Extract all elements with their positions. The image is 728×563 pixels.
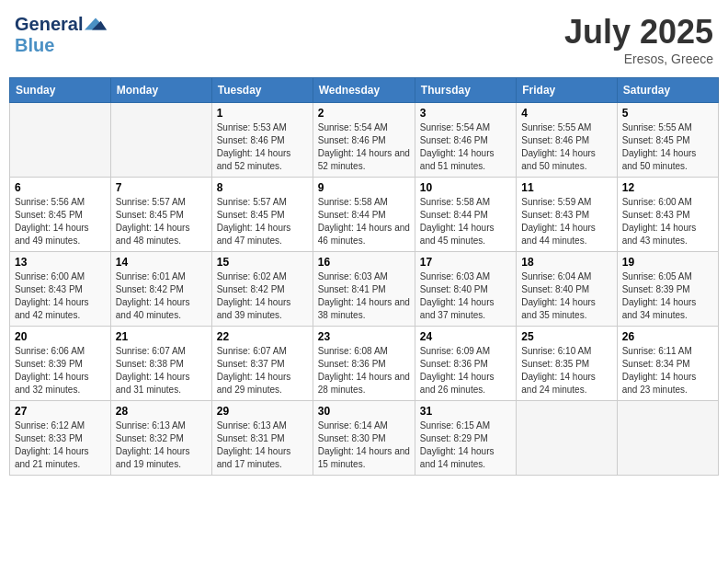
logo-text: General [15, 14, 83, 34]
calendar-cell: 1Sunrise: 5:53 AMSunset: 8:46 PMDaylight… [211, 103, 313, 178]
calendar-cell: 25Sunrise: 6:10 AMSunset: 8:35 PMDayligh… [517, 327, 617, 401]
calendar-cell: 22Sunrise: 6:07 AMSunset: 8:37 PMDayligh… [211, 327, 313, 401]
day-number: 4 [521, 107, 611, 120]
day-info: Sunrise: 6:02 AMSunset: 8:42 PMDaylight:… [217, 270, 308, 322]
calendar-cell: 5Sunrise: 5:55 AMSunset: 8:45 PMDaylight… [617, 103, 718, 178]
day-info: Sunrise: 5:54 AMSunset: 8:46 PMDaylight:… [420, 121, 511, 173]
day-info: Sunrise: 6:05 AMSunset: 8:39 PMDaylight:… [622, 270, 713, 322]
day-number: 22 [217, 330, 308, 343]
day-info: Sunrise: 6:06 AMSunset: 8:39 PMDaylight:… [15, 345, 106, 396]
calendar-cell: 4Sunrise: 5:55 AMSunset: 8:46 PMDaylight… [517, 103, 617, 178]
day-number: 14 [116, 256, 207, 269]
day-info: Sunrise: 6:09 AMSunset: 8:36 PMDaylight:… [420, 345, 511, 396]
calendar-cell: 9Sunrise: 5:58 AMSunset: 8:44 PMDaylight… [313, 178, 415, 252]
day-number: 19 [622, 256, 713, 269]
weekday-header-sunday: Sunday [10, 78, 111, 103]
calendar-cell: 13Sunrise: 6:00 AMSunset: 8:43 PMDayligh… [10, 252, 111, 327]
weekday-header-row: SundayMondayTuesdayWednesdayThursdayFrid… [10, 78, 719, 103]
calendar-cell: 12Sunrise: 6:00 AMSunset: 8:43 PMDayligh… [617, 178, 718, 252]
calendar-cell: 6Sunrise: 5:56 AMSunset: 8:45 PMDaylight… [10, 178, 111, 252]
day-info: Sunrise: 5:59 AMSunset: 8:43 PMDaylight:… [521, 196, 611, 247]
calendar-cell: 3Sunrise: 5:54 AMSunset: 8:46 PMDaylight… [415, 103, 516, 178]
day-number: 12 [622, 181, 713, 194]
day-number: 30 [318, 405, 410, 418]
day-info: Sunrise: 6:13 AMSunset: 8:31 PMDaylight:… [217, 419, 308, 471]
day-number: 8 [217, 181, 308, 194]
logo-blue-text: Blue [15, 35, 54, 55]
day-info: Sunrise: 6:03 AMSunset: 8:41 PMDaylight:… [318, 270, 410, 322]
calendar-cell: 16Sunrise: 6:03 AMSunset: 8:41 PMDayligh… [313, 252, 415, 327]
calendar-cell: 15Sunrise: 6:02 AMSunset: 8:42 PMDayligh… [211, 252, 313, 327]
calendar-cell: 27Sunrise: 6:12 AMSunset: 8:33 PMDayligh… [10, 401, 111, 476]
calendar-cell: 2Sunrise: 5:54 AMSunset: 8:46 PMDaylight… [313, 103, 415, 178]
day-info: Sunrise: 6:04 AMSunset: 8:40 PMDaylight:… [521, 270, 611, 322]
day-number: 17 [420, 256, 511, 269]
day-number: 28 [116, 405, 207, 418]
calendar-cell: 29Sunrise: 6:13 AMSunset: 8:31 PMDayligh… [211, 401, 313, 476]
day-info: Sunrise: 5:54 AMSunset: 8:46 PMDaylight:… [318, 121, 410, 173]
day-number: 16 [318, 256, 410, 269]
day-info: Sunrise: 6:08 AMSunset: 8:36 PMDaylight:… [318, 345, 410, 396]
calendar-cell: 31Sunrise: 6:15 AMSunset: 8:29 PMDayligh… [415, 401, 516, 476]
weekday-header-monday: Monday [110, 78, 211, 103]
weekday-header-friday: Friday [517, 78, 617, 103]
day-number: 2 [318, 107, 410, 120]
day-info: Sunrise: 5:53 AMSunset: 8:46 PMDaylight:… [217, 121, 308, 173]
day-info: Sunrise: 6:12 AMSunset: 8:33 PMDaylight:… [15, 419, 106, 471]
day-info: Sunrise: 5:55 AMSunset: 8:46 PMDaylight:… [521, 121, 611, 173]
day-info: Sunrise: 5:57 AMSunset: 8:45 PMDaylight:… [217, 196, 308, 247]
calendar-cell [110, 103, 211, 178]
weekday-header-tuesday: Tuesday [211, 78, 313, 103]
calendar-week-row: 27Sunrise: 6:12 AMSunset: 8:33 PMDayligh… [10, 401, 719, 476]
calendar-cell: 21Sunrise: 6:07 AMSunset: 8:38 PMDayligh… [110, 327, 211, 401]
calendar-week-row: 6Sunrise: 5:56 AMSunset: 8:45 PMDaylight… [10, 178, 719, 252]
calendar-cell [517, 401, 617, 476]
day-info: Sunrise: 6:00 AMSunset: 8:43 PMDaylight:… [15, 270, 106, 322]
calendar-cell: 18Sunrise: 6:04 AMSunset: 8:40 PMDayligh… [517, 252, 617, 327]
day-info: Sunrise: 5:58 AMSunset: 8:44 PMDaylight:… [420, 196, 511, 247]
day-number: 1 [217, 107, 308, 120]
day-number: 25 [521, 330, 611, 343]
weekday-header-thursday: Thursday [415, 78, 516, 103]
location: Eresos, Greece [564, 52, 713, 66]
day-info: Sunrise: 6:13 AMSunset: 8:32 PMDaylight:… [116, 419, 207, 471]
day-info: Sunrise: 6:07 AMSunset: 8:38 PMDaylight:… [116, 345, 207, 396]
day-number: 18 [521, 256, 611, 269]
day-number: 3 [420, 107, 511, 120]
calendar-cell: 19Sunrise: 6:05 AMSunset: 8:39 PMDayligh… [617, 252, 718, 327]
calendar-cell: 8Sunrise: 5:57 AMSunset: 8:45 PMDaylight… [211, 178, 313, 252]
logo-icon [85, 13, 107, 35]
weekday-header-saturday: Saturday [617, 78, 718, 103]
month-title: July 2025 [564, 13, 713, 52]
day-info: Sunrise: 6:03 AMSunset: 8:40 PMDaylight:… [420, 270, 511, 322]
day-info: Sunrise: 5:58 AMSunset: 8:44 PMDaylight:… [318, 196, 410, 247]
day-number: 27 [15, 405, 106, 418]
day-info: Sunrise: 6:11 AMSunset: 8:34 PMDaylight:… [622, 345, 713, 396]
calendar-cell [617, 401, 718, 476]
day-number: 11 [521, 181, 611, 194]
day-number: 13 [15, 256, 106, 269]
day-number: 9 [318, 181, 410, 194]
day-info: Sunrise: 5:57 AMSunset: 8:45 PMDaylight:… [116, 196, 207, 247]
day-number: 20 [15, 330, 106, 343]
day-info: Sunrise: 6:15 AMSunset: 8:29 PMDaylight:… [420, 419, 511, 471]
calendar-cell: 28Sunrise: 6:13 AMSunset: 8:32 PMDayligh… [110, 401, 211, 476]
day-info: Sunrise: 6:14 AMSunset: 8:30 PMDaylight:… [318, 419, 410, 471]
day-number: 26 [622, 330, 713, 343]
calendar-cell: 17Sunrise: 6:03 AMSunset: 8:40 PMDayligh… [415, 252, 516, 327]
logo: General Blue [15, 13, 107, 55]
calendar-week-row: 1Sunrise: 5:53 AMSunset: 8:46 PMDaylight… [10, 103, 719, 178]
calendar-cell: 23Sunrise: 6:08 AMSunset: 8:36 PMDayligh… [313, 327, 415, 401]
day-info: Sunrise: 6:10 AMSunset: 8:35 PMDaylight:… [521, 345, 611, 396]
calendar-cell: 24Sunrise: 6:09 AMSunset: 8:36 PMDayligh… [415, 327, 516, 401]
calendar-cell: 10Sunrise: 5:58 AMSunset: 8:44 PMDayligh… [415, 178, 516, 252]
calendar-table: SundayMondayTuesdayWednesdayThursdayFrid… [9, 77, 719, 476]
title-block: July 2025 Eresos, Greece [564, 13, 713, 66]
day-number: 29 [217, 405, 308, 418]
day-number: 24 [420, 330, 511, 343]
calendar-cell: 20Sunrise: 6:06 AMSunset: 8:39 PMDayligh… [10, 327, 111, 401]
day-info: Sunrise: 6:07 AMSunset: 8:37 PMDaylight:… [217, 345, 308, 396]
calendar-cell [10, 103, 111, 178]
day-info: Sunrise: 6:01 AMSunset: 8:42 PMDaylight:… [116, 270, 207, 322]
calendar-cell: 30Sunrise: 6:14 AMSunset: 8:30 PMDayligh… [313, 401, 415, 476]
